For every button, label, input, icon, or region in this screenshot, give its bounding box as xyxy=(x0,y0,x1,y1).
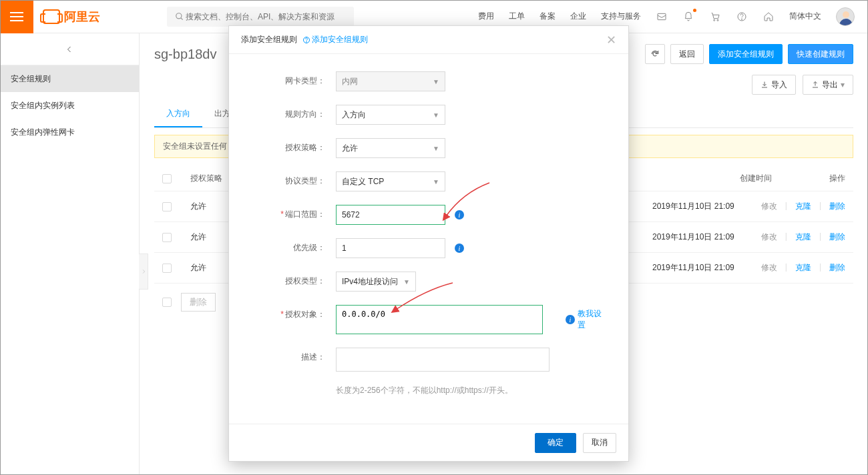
search-icon xyxy=(174,11,186,23)
svg-rect-2 xyxy=(658,13,666,19)
logo[interactable]: 阿里云 xyxy=(43,9,100,25)
op-modify[interactable]: 修改 xyxy=(761,262,777,274)
op-delete[interactable]: 删除 xyxy=(829,231,845,243)
input-auth-object[interactable] xyxy=(336,305,543,334)
select-nic-type: 内网▼ xyxy=(336,71,445,91)
label-direction: 规则方向： xyxy=(249,105,336,120)
cart-icon[interactable] xyxy=(709,11,721,23)
select-protocol[interactable]: 自定义 TCP▼ xyxy=(336,171,445,191)
info-icon[interactable]: i xyxy=(455,244,464,253)
nav-lang[interactable]: 简体中文 xyxy=(789,11,821,22)
page-title: sg-bp18dv xyxy=(154,47,216,62)
hamburger-menu[interactable] xyxy=(0,0,33,33)
th-ops: 操作 xyxy=(829,173,845,184)
nav-beian[interactable]: 备案 xyxy=(539,11,556,22)
import-label: 导入 xyxy=(771,79,787,91)
sidebar: 安全组规则 安全组内实例列表 安全组内弹性网卡 xyxy=(0,33,140,475)
logo-text: 阿里云 xyxy=(64,9,100,25)
op-clone[interactable]: 克隆 xyxy=(795,231,811,243)
op-modify[interactable]: 修改 xyxy=(761,201,777,212)
cell-date: 2019年11月10日 21:09 xyxy=(652,201,734,212)
sidebar-back[interactable] xyxy=(0,33,139,65)
avatar[interactable] xyxy=(836,7,855,26)
nav-enterprise[interactable]: 企业 xyxy=(570,11,586,22)
nav-fee[interactable]: 费用 xyxy=(478,11,494,22)
search-box[interactable] xyxy=(167,7,354,27)
op-modify[interactable]: 修改 xyxy=(761,231,777,243)
select-auth-policy[interactable]: 允许▼ xyxy=(336,138,445,158)
svg-point-8 xyxy=(306,41,307,42)
sidebar-item-instances[interactable]: 安全组内实例列表 xyxy=(0,92,139,119)
cell-auth: 允许 xyxy=(190,201,206,212)
nav-support[interactable]: 支持与服务 xyxy=(601,11,641,22)
input-description[interactable] xyxy=(336,348,550,372)
svg-line-1 xyxy=(181,17,183,19)
svg-point-4 xyxy=(717,19,718,21)
tab-inbound[interactable]: 入方向 xyxy=(154,101,202,127)
label-auth-type: 授权类型： xyxy=(249,272,336,287)
label-nic-type: 网卡类型： xyxy=(249,71,336,87)
label-auth-policy: 授权策略： xyxy=(249,138,336,153)
quick-create-button[interactable]: 快速创建规则 xyxy=(788,44,853,64)
cell-date: 2019年11月10日 21:09 xyxy=(652,262,734,274)
help-icon[interactable] xyxy=(736,11,748,23)
label-auth-object: *授权对象： xyxy=(249,305,336,320)
bell-icon[interactable] xyxy=(682,11,694,23)
export-label: 导出 xyxy=(822,79,838,91)
add-rule-button[interactable]: 添加安全组规则 xyxy=(709,44,783,64)
label-priority: 优先级： xyxy=(249,238,336,254)
select-auth-type[interactable]: IPv4地址段访问▼ xyxy=(336,272,416,292)
refresh-button[interactable] xyxy=(645,44,665,64)
op-clone[interactable]: 克隆 xyxy=(795,262,811,274)
cell-auth: 允许 xyxy=(190,231,206,243)
footer-delete-button[interactable]: 删除 xyxy=(181,293,216,312)
input-priority[interactable] xyxy=(336,238,445,258)
th-auth: 授权策略 xyxy=(190,173,222,184)
op-clone[interactable]: 克隆 xyxy=(795,201,811,212)
sidebar-item-rules[interactable]: 安全组规则 xyxy=(0,65,139,92)
search-input[interactable] xyxy=(186,12,347,21)
row-checkbox[interactable] xyxy=(162,264,172,273)
home-icon[interactable] xyxy=(763,11,775,23)
cancel-button[interactable]: 取消 xyxy=(583,433,616,453)
teach-me-link[interactable]: i教我设置 xyxy=(566,308,608,331)
svg-point-6 xyxy=(741,19,742,19)
select-direction[interactable]: 入方向▼ xyxy=(336,105,445,125)
modal-title: 添加安全组规则 xyxy=(241,34,297,45)
svg-point-3 xyxy=(714,19,715,21)
label-protocol: 协议类型： xyxy=(249,171,336,187)
modal-help-link[interactable]: 添加安全组规则 xyxy=(302,34,368,45)
svg-point-0 xyxy=(176,13,182,18)
export-button[interactable]: 导出 ▾ xyxy=(803,75,853,95)
row-checkbox[interactable] xyxy=(162,202,172,211)
nav-ticket[interactable]: 工单 xyxy=(509,11,525,22)
sidebar-item-eni[interactable]: 安全组内弹性网卡 xyxy=(0,119,139,145)
aliyun-logo-icon xyxy=(43,9,60,24)
cell-date: 2019年11月10日 21:09 xyxy=(652,231,734,243)
op-delete[interactable]: 删除 xyxy=(829,262,845,274)
sidebar-item-label: 安全组内实例列表 xyxy=(11,100,75,111)
op-delete[interactable]: 删除 xyxy=(829,201,845,212)
label-port-range: *端口范围： xyxy=(249,205,336,220)
sidebar-item-label: 安全组规则 xyxy=(11,73,51,85)
message-box-icon[interactable] xyxy=(656,11,668,23)
info-icon[interactable]: i xyxy=(455,210,464,219)
add-rule-modal: 添加安全组规则 添加安全组规则 ✕ 网卡类型： 内网▼ 规则方向： xyxy=(228,25,629,462)
label-description: 描述： xyxy=(249,348,336,363)
row-checkbox[interactable] xyxy=(162,233,172,242)
cell-auth: 允许 xyxy=(190,262,206,274)
return-button[interactable]: 返回 xyxy=(670,44,704,64)
description-hint: 长度为2-256个字符，不能以http://或https://开头。 xyxy=(336,385,513,396)
modal-close-icon[interactable]: ✕ xyxy=(606,33,616,47)
import-button[interactable]: 导入 xyxy=(752,75,796,95)
input-port-range[interactable] xyxy=(336,205,445,225)
sidebar-item-label: 安全组内弹性网卡 xyxy=(11,127,75,138)
footer-checkbox[interactable] xyxy=(162,298,172,307)
th-created: 创建时间 xyxy=(740,173,772,184)
ok-button[interactable]: 确定 xyxy=(535,433,576,453)
expand-handle[interactable] xyxy=(139,254,148,290)
